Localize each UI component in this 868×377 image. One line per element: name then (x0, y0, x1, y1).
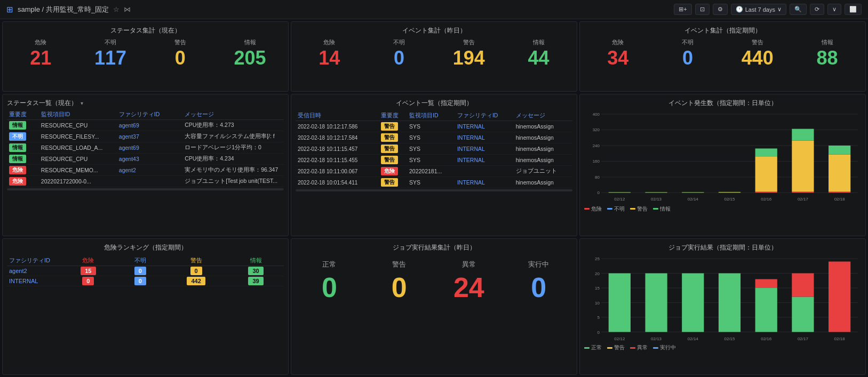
info-label: 情報 (216, 38, 284, 46)
date-cell: 2022-02-18 10:11:15.457 (296, 143, 379, 155)
severity-cell: 危険 (7, 165, 39, 176)
svg-rect-59 (792, 296, 814, 332)
ev-facility-id-cell (455, 166, 514, 177)
status-list-panel: ステータス一覧（現在） ▾ 重要度 監視項目ID ファシリティID メッセージ … (2, 94, 289, 236)
table-row: 危険 RESOURCE_MEMO... agent2 実メモリ中のメモリ使用率：… (7, 165, 284, 176)
job-error-stat: 異常 24 (435, 260, 503, 303)
rank-col-danger: 危険 (60, 255, 116, 266)
job-error-label: 異常 (435, 260, 503, 269)
table-row: 2022-02-18 10:12:17.586 警告 SYS INTERNAL … (296, 121, 572, 132)
ev-facility-id-cell: INTERNAL (455, 143, 514, 155)
facility-id-cell: agent37 (117, 131, 182, 142)
svg-text:02/17: 02/17 (798, 336, 809, 341)
status-table-container: 重要度 監視項目ID ファシリティID メッセージ 情報 RESOURCE_CP… (7, 110, 284, 190)
facility-id-cell: agent43 (117, 154, 182, 165)
ev-warning-label: 警告 (435, 38, 503, 46)
job-chart-legend: 正常警告異常実行中 (584, 344, 861, 351)
danger-ranking-content: ファシリティID 危険 不明 警告 情報 agent2 15 0 0 (7, 255, 284, 286)
time-range-button[interactable]: 🕐 Last 7 days ∨ (731, 4, 786, 15)
add-panel-button[interactable]: ⊞+ (674, 4, 691, 15)
ev-danger-stat: 危険 14 (296, 38, 363, 69)
svg-text:02/14: 02/14 (688, 336, 699, 341)
ep-warning-value: 440 (724, 47, 792, 69)
ev-facility-id-cell: INTERNAL (455, 177, 514, 188)
svg-rect-50 (645, 273, 667, 332)
info-value: 205 (216, 47, 284, 69)
legend-item: 情報 (653, 205, 671, 213)
svg-rect-18 (682, 192, 704, 193)
table-row: 2022-02-18 10:11:15.457 警告 SYS INTERNAL … (296, 143, 572, 155)
col-ev-message: メッセージ (514, 111, 572, 121)
message-cell: ジョブユニット[Test job unit(TEST... (182, 176, 284, 187)
table-row: 危険 2022021722000-0... ジョブユニット[Test job u… (7, 176, 284, 187)
view-button[interactable]: ⊡ (695, 4, 710, 15)
tv-button[interactable]: ⬜ (845, 4, 862, 15)
svg-text:10: 10 (595, 300, 600, 305)
ev-monitor-id-cell: SYS (407, 143, 455, 155)
date-cell: 2022-02-18 10:11:00.067 (296, 166, 379, 177)
ev-severity-cell: 警告 (379, 132, 407, 143)
ev-info-value: 44 (505, 47, 572, 69)
star-icon[interactable]: ☆ (113, 5, 120, 13)
svg-text:02/14: 02/14 (688, 197, 699, 202)
ev-warning-value: 194 (435, 47, 503, 69)
rank-facility: agent2 (7, 266, 60, 276)
svg-text:02/16: 02/16 (761, 336, 772, 341)
refresh-dropdown-button[interactable]: ∨ (827, 4, 841, 15)
event-table: 受信日時 重要度 監視項目ID ファシリティID メッセージ 2022-02-1… (296, 111, 572, 188)
svg-text:0: 0 (598, 330, 600, 334)
legend-item: 危険 (584, 205, 602, 213)
rank-col-facility: ファシリティID (7, 255, 60, 266)
svg-text:02/12: 02/12 (614, 197, 625, 202)
svg-rect-54 (719, 273, 740, 332)
search-button[interactable]: 🔍 (790, 4, 807, 15)
svg-text:02/13: 02/13 (651, 197, 662, 202)
danger-label: 危険 (7, 38, 75, 46)
settings-button[interactable]: ⚙ (713, 4, 728, 15)
message-cell: ロードアベレージ1分平均：0 (182, 142, 284, 154)
job-summary-title: ジョブ実行結果集計（昨日） (296, 243, 572, 252)
svg-text:5: 5 (598, 315, 600, 320)
event-yesterday-panel: イベント集計（昨日） 危険 14 不明 0 警告 194 情報 44 (291, 21, 577, 92)
rank-col-info: 情報 (228, 255, 284, 266)
event-period-stats: 危険 34 不明 0 警告 440 情報 88 (584, 38, 861, 69)
rank-col-unknown: 不明 (116, 255, 164, 266)
ev-danger-label: 危険 (296, 38, 363, 46)
refresh-button[interactable]: ⟳ (810, 4, 824, 15)
event-yesterday-stats: 危険 14 不明 0 警告 194 情報 44 (296, 38, 572, 69)
monitor-id-cell: RESOURCE_FILESY... (39, 131, 117, 142)
danger-ranking-title: 危険ランキング（指定期間） (7, 243, 284, 252)
scrollbar[interactable] (7, 188, 284, 190)
ev-monitor-id-cell: SYS (407, 177, 455, 188)
svg-rect-24 (755, 192, 777, 193)
col-monitor-id: 監視項目ID (39, 110, 117, 120)
event-scrollbar[interactable] (296, 189, 572, 191)
ep-warning-stat: 警告 440 (724, 38, 792, 69)
job-normal-value: 0 (296, 271, 363, 303)
share-icon[interactable]: ⋈ (124, 5, 131, 13)
svg-text:160: 160 (593, 159, 600, 164)
ev-monitor-id-cell: SYS (407, 132, 455, 143)
table-row: 不明 RESOURCE_FILESY... agent37 大容量ファイルシステ… (7, 131, 284, 142)
ep-danger-label: 危険 (584, 38, 652, 46)
ev-message-cell: hinemosAssign (514, 177, 572, 188)
dropdown-arrow-icon[interactable]: ▾ (81, 100, 83, 106)
ep-warning-label: 警告 (724, 38, 792, 46)
ev-severity-cell: 警告 (379, 155, 407, 166)
facility-id-cell (117, 176, 182, 187)
facility-id-cell: agent69 (117, 120, 182, 131)
svg-rect-25 (755, 157, 777, 192)
legend-item: 正常 (584, 344, 602, 351)
status-summary-title: ステータス集計（現在） (7, 26, 284, 35)
svg-rect-60 (792, 273, 814, 296)
event-period-title: イベント集計（指定期間） (584, 26, 861, 35)
svg-rect-62 (829, 261, 850, 332)
svg-text:02/15: 02/15 (724, 197, 736, 202)
svg-rect-57 (755, 279, 777, 288)
job-warning-label: 警告 (365, 260, 433, 269)
info-stat: 情報 205 (216, 38, 284, 69)
table-row: 情報 RESOURCE_CPU agent43 CPU使用率：4.234 (7, 154, 284, 165)
list-item: INTERNAL 0 0 442 39 (7, 276, 284, 286)
danger-value: 21 (7, 47, 75, 69)
ep-info-value: 88 (793, 47, 861, 69)
